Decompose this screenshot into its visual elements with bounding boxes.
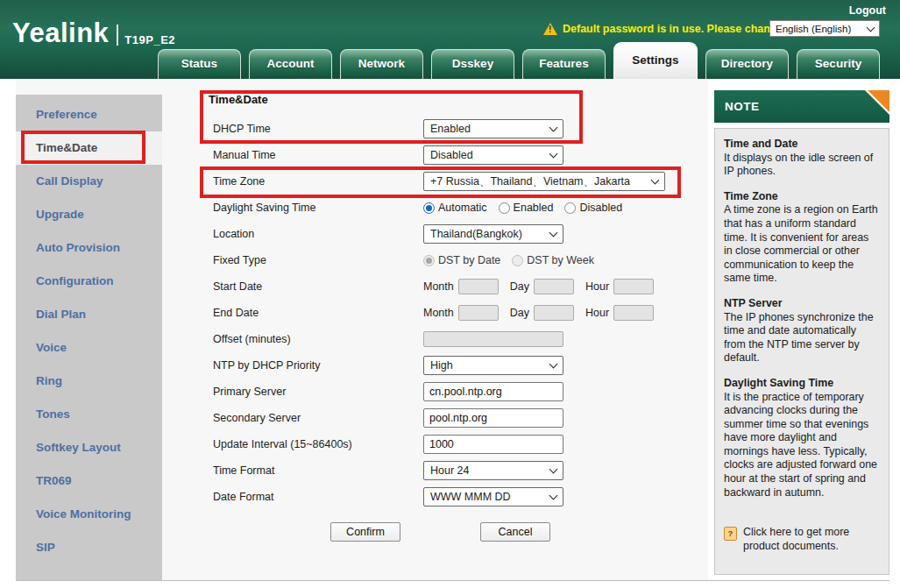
update-interval-row: Update Interval (15~86400s): [200, 431, 696, 457]
sidebar-item-preference[interactable]: Preference: [16, 98, 162, 131]
manual-time-row: Manual Time Disabled: [200, 142, 696, 168]
time-zone-value: +7 Russia、Thailand、Vietnam、Jakarta: [430, 174, 630, 189]
chevron-down-icon: [549, 150, 558, 159]
location-select[interactable]: Thailand(Bangkok): [423, 224, 563, 244]
warning-triangle-icon: !: [543, 23, 557, 35]
date-format-row: Date Format WWW MMM DD: [200, 484, 696, 510]
sidebar-item-call-display[interactable]: Call Display: [16, 165, 162, 198]
language-select[interactable]: English (English): [769, 20, 880, 37]
location-row: Location Thailand(Bangkok): [200, 221, 696, 247]
note-footer: ? Click here to get more product documen…: [724, 526, 880, 553]
ntp-priority-select[interactable]: High: [423, 356, 563, 375]
radio-automatic-label: Automatic: [438, 202, 487, 214]
dhcp-time-row: DHCP Time Enabled: [200, 116, 696, 142]
dhcp-time-select[interactable]: Enabled: [423, 119, 563, 138]
offset-label: Offset (minutes): [200, 333, 423, 345]
tab-dsskey[interactable]: Dsskey: [431, 49, 514, 79]
document-question-icon[interactable]: ?: [724, 527, 737, 541]
tab-account[interactable]: Account: [249, 49, 332, 79]
time-format-value: Hour 24: [430, 464, 469, 477]
radio-dst-by-date-label: DST by Date: [438, 254, 500, 266]
content-bottom-divider: [16, 580, 889, 581]
time-zone-label: Time Zone: [200, 175, 423, 188]
sidebar-item-configuration[interactable]: Configuration: [16, 265, 162, 298]
sidebar-item-tr069[interactable]: TR069: [16, 464, 162, 498]
primary-server-row: Primary Server: [200, 379, 696, 405]
brand-divider: [117, 25, 118, 46]
confirm-button[interactable]: Confirm: [330, 522, 400, 542]
chevron-down-icon: [549, 229, 558, 237]
note-text: The IP phones synchronize the time and d…: [724, 311, 874, 365]
time-format-select[interactable]: Hour 24: [423, 461, 563, 480]
note-heading: Time Zone: [724, 190, 880, 204]
chevron-down-icon: [549, 124, 558, 132]
time-zone-select[interactable]: +7 Russia、Thailand、Vietnam、Jakarta: [423, 172, 665, 191]
hour-label: Hour: [585, 307, 609, 319]
radio-disabled[interactable]: Disabled: [564, 202, 622, 214]
daylight-saving-label: Daylight Saving Time: [200, 202, 423, 214]
cancel-button[interactable]: Cancel: [480, 522, 550, 542]
radio-automatic[interactable]: Automatic: [423, 202, 487, 214]
daylight-saving-row: Daylight Saving Time Automatic Enabled D…: [200, 195, 696, 221]
note-text: A time zone is a region on Earth that ha…: [724, 203, 878, 284]
note-section-daylight-saving: Daylight Saving Time It is the practice …: [724, 377, 880, 499]
start-day-input: [534, 279, 574, 294]
sidebar-item-ring[interactable]: Ring: [16, 365, 162, 398]
tab-settings[interactable]: Settings: [613, 42, 698, 79]
note-section-time-and-date: Time and Date It displays on the idle sc…: [724, 138, 880, 179]
secondary-server-label: Secondary Server: [200, 412, 423, 424]
radio-enabled[interactable]: Enabled: [499, 202, 554, 214]
update-interval-label: Update Interval (15~86400s): [200, 438, 423, 450]
tab-features[interactable]: Features: [522, 49, 606, 79]
tab-directory[interactable]: Directory: [705, 49, 789, 79]
section-title: Time&Date: [200, 88, 696, 116]
primary-server-input[interactable]: [423, 382, 563, 401]
radio-enabled-label: Enabled: [514, 202, 554, 214]
sidebar-item-upgrade[interactable]: Upgrade: [16, 198, 162, 231]
fixed-type-label: Fixed Type: [200, 254, 423, 266]
dhcp-time-value: Enabled: [430, 123, 471, 135]
end-hour-input: [613, 305, 654, 321]
date-format-value: WWW MMM DD: [430, 491, 511, 503]
note-panel-body: Time and Date It displays on the idle sc…: [714, 128, 889, 575]
form-buttons: Confirm Cancel: [200, 522, 696, 542]
start-date-label: Start Date: [200, 280, 423, 293]
nav-tabs: Status Account Network Dsskey Features S…: [158, 42, 880, 79]
sidebar-item-sip[interactable]: SIP: [16, 531, 162, 564]
primary-server-label: Primary Server: [200, 386, 423, 398]
day-label: Day: [510, 307, 529, 319]
secondary-server-input[interactable]: [423, 408, 563, 428]
logout-link[interactable]: Logout: [849, 4, 886, 17]
manual-time-select[interactable]: Disabled: [423, 145, 563, 165]
ntp-priority-label: NTP by DHCP Priority: [200, 359, 423, 372]
start-date-fields: Month Day Hour: [423, 279, 665, 294]
radio-icon: [499, 202, 510, 214]
radio-dst-by-week-label: DST by Week: [527, 254, 594, 266]
sidebar-item-voice[interactable]: Voice: [16, 331, 162, 365]
update-interval-input[interactable]: [423, 435, 563, 454]
end-date-label: End Date: [200, 307, 423, 319]
chevron-down-icon: [651, 176, 660, 185]
sidebar-item-softkey-layout[interactable]: Softkey Layout: [16, 431, 162, 464]
sidebar-item-auto-provision[interactable]: Auto Provision: [16, 231, 162, 265]
radio-dst-by-week: DST by Week: [512, 254, 594, 266]
offset-row: Offset (minutes): [200, 326, 696, 352]
warning-text: Default password is in use. Please chang…: [563, 23, 787, 35]
tab-network[interactable]: Network: [340, 49, 423, 79]
radio-dst-by-date: DST by Date: [423, 254, 500, 266]
yealink-web-admin-page: Logout Yealink T19P_E2 ! Default passwor…: [0, 0, 900, 588]
chevron-down-icon: [549, 360, 558, 369]
note-panel-header: NOTE: [714, 90, 889, 123]
note-footer-text[interactable]: Click here to get more product documents…: [743, 526, 880, 553]
tab-status[interactable]: Status: [158, 49, 241, 79]
date-format-select[interactable]: WWW MMM DD: [423, 487, 563, 507]
radio-disabled-icon: [512, 255, 523, 266]
sidebar-item-tones[interactable]: Tones: [16, 398, 162, 431]
sidebar-item-time-date[interactable]: Time&Date: [16, 131, 162, 165]
sidebar-item-dial-plan[interactable]: Dial Plan: [16, 298, 162, 331]
sidebar-item-voice-monitoring[interactable]: Voice Monitoring: [16, 498, 162, 531]
time-zone-row: Time Zone +7 Russia、Thailand、Vietnam、Jak…: [200, 168, 696, 195]
note-section-ntp-server: NTP Server The IP phones synchronize the…: [724, 297, 880, 365]
tab-security[interactable]: Security: [797, 49, 880, 79]
manual-time-value: Disabled: [430, 149, 473, 161]
